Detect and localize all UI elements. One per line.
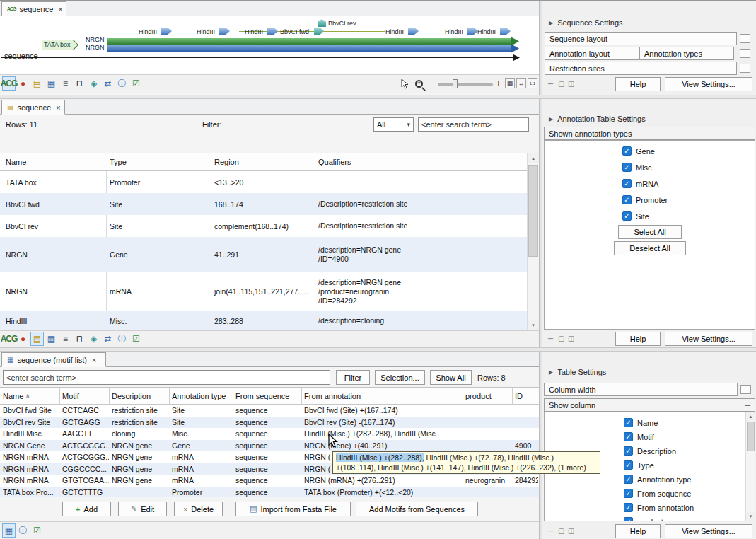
zoom-100-icon[interactable]: 1:1 [528,78,537,88]
table-row[interactable]: BbvCI rev SiteGCTGAGGrestriction siteSit… [0,417,540,429]
selection-button[interactable]: Selection... [375,370,425,385]
zoom-in-icon[interactable]: + [496,78,501,88]
table-row[interactable]: BbvCI fwd Site 168..174 /Description=res… [0,193,527,215]
sequence-canvas[interactable]: sequence TATA box NRGN NRGN BbvCI rev Hi… [0,16,540,74]
checkbox-misc[interactable]: ✓ Misc. [622,163,654,172]
group-restriction-sites[interactable]: Restriction sites [545,62,737,75]
zoom-slider-track[interactable] [438,83,493,86]
select-all-button[interactable]: Select All [618,225,682,239]
fit-view-icon[interactable]: ▦ [505,78,515,88]
table-row[interactable]: TATA box Pro...GCTCTTTGPromotersequenceT… [0,487,540,498]
info-icon[interactable]: ⓘ [115,332,129,346]
column-header-type[interactable]: Type [110,153,209,170]
close-icon[interactable]: × [92,356,96,364]
table-row[interactable]: NRGN mRNA join(41..115,151..221,277.....… [0,272,527,311]
table-row[interactable]: BbvCI fwd SiteCCTCAGCrestriction siteSit… [0,405,540,417]
float-icon[interactable]: ▢ [558,80,564,88]
checkbox-from-annotation[interactable]: ✓From annotation [624,503,694,512]
panel-header[interactable]: ▶ Table Settings [542,366,756,378]
checkbox-product[interactable]: ✓product [624,517,663,521]
column-header-name[interactable]: Name [6,153,103,170]
info-icon[interactable]: ⓘ [115,76,129,91]
column-header-annotation-type[interactable]: Annotation type [172,388,233,404]
checkbox-annotation-type[interactable]: ✓Annotation type [624,475,691,484]
view-settings-button[interactable]: View Settings... [665,77,752,91]
scroll-down-icon[interactable]: ▼ [528,320,539,330]
table-view-icon[interactable]: ▦ [2,523,16,538]
scroll-down-icon[interactable]: ▼ [746,512,755,521]
add-button[interactable]: +Add [62,502,111,516]
dock-icon[interactable]: ◫ [568,335,574,342]
scroll-up-icon[interactable]: ▲ [746,412,755,421]
annotation-hindiii-6[interactable] [500,28,511,35]
tab-sequence[interactable]: ACG sequence × [1,1,66,16]
annotation-nrgn-gene[interactable] [107,38,511,45]
annotation-hindiii-5[interactable] [467,28,478,35]
annotation-hindiii-4[interactable] [408,28,419,35]
filter-button[interactable]: Filter [336,370,370,385]
palette-box-icon[interactable] [740,49,750,58]
annotation-bbvci-rev[interactable] [318,19,326,27]
float-icon[interactable]: ▢ [558,335,564,342]
minimize-icon[interactable]: ─ [548,80,553,88]
close-icon[interactable]: × [58,5,62,13]
group-annotation-types[interactable]: Annotation types [639,47,734,60]
dock-icon[interactable]: ◫ [568,527,574,535]
edit-button[interactable]: ✎Edit [118,502,167,516]
annotation-hindiii-3[interactable] [267,28,278,35]
show-all-button[interactable]: Show All [430,370,472,385]
column-header-id[interactable]: ID [515,388,538,404]
table-row[interactable]: TATA box Promoter <13..>20 [0,171,527,193]
help-button[interactable]: Help [615,524,661,538]
table-scrollbar[interactable]: ▲ ▼ [527,153,539,330]
annotation-tata-box[interactable]: TATA box [42,40,78,50]
dot-plot-icon[interactable]: ◈ [87,76,100,91]
column-header-name[interactable]: Name∧ [3,388,59,404]
compare-views-icon[interactable]: ⇄ [101,332,115,346]
table-row[interactable]: NRGN GeneACTGCGGG...NRGN geneGenesequenc… [0,440,540,452]
tab-sequence-table[interactable]: ▤ sequence × [1,100,65,115]
minimize-icon[interactable]: ─ [548,335,553,342]
close-icon[interactable]: × [56,103,60,112]
dot-plot-icon[interactable]: ◈ [87,332,100,346]
checkbox-description[interactable]: ✓Description [624,446,676,456]
table-view-icon[interactable]: ▦ [45,332,58,346]
annotation-hindiii-2[interactable] [219,28,230,35]
notes-icon[interactable]: ☑ [129,76,143,91]
column-header-product[interactable]: product [465,388,512,404]
fit-width-icon[interactable]: ↔ [516,78,526,88]
zoom-tool-icon[interactable]: + [412,76,426,91]
group-sequence-layout[interactable]: Sequence layout [545,32,737,45]
checkbox-from-sequence[interactable]: ✓From sequence [624,489,691,498]
text-view-icon[interactable]: ≡ [59,332,72,346]
sequence-view-icon[interactable]: ACG [2,332,16,346]
checkbox-gene[interactable]: ✓ Gene [622,146,655,156]
group-annotation-layout[interactable]: Annotation layout [545,47,639,60]
palette-box-icon[interactable] [740,34,750,43]
filter-dropdown[interactable]: All ▾ [373,117,414,132]
column-header-motif[interactable]: Motif [62,388,109,404]
view-settings-button[interactable]: View Settings... [665,332,752,346]
group-show-column[interactable]: Show column ─ [544,398,755,412]
group-column-width[interactable]: Column width [544,383,738,396]
table-row[interactable]: NRGN Gene 41..291 /description=NRGN gene… [0,237,527,272]
circular-view-icon[interactable]: ● [16,76,30,91]
palette-box-icon[interactable] [740,64,750,73]
float-icon[interactable]: ▢ [558,527,564,535]
checkbox-type[interactable]: ✓Type [624,460,654,470]
info-icon[interactable]: ⓘ [16,523,30,538]
scroll-up-icon[interactable]: ▲ [528,153,539,163]
graph-view-icon[interactable]: ⊓ [73,76,86,91]
column-header-description[interactable]: Description [112,388,170,404]
column-header-region[interactable]: Region [214,153,312,170]
add-motifs-button[interactable]: Add Motifs from Sequences [356,502,478,516]
table-row[interactable]: NRGN mRNAGTGTCGAA...NRGN genemRNAsequenc… [0,475,540,487]
text-view-icon[interactable]: ≡ [59,76,72,91]
group-shown-annotation-types[interactable]: Shown annotation types ─ [544,127,755,140]
import-fasta-button[interactable]: ▤Import from Fasta File [235,502,351,516]
circular-view-icon[interactable]: ● [16,332,30,346]
graph-view-icon[interactable]: ⊓ [73,332,86,346]
motif-search-input[interactable] [3,370,330,385]
annotation-table-icon[interactable]: ▤ [30,332,44,346]
help-button[interactable]: Help [615,77,661,91]
